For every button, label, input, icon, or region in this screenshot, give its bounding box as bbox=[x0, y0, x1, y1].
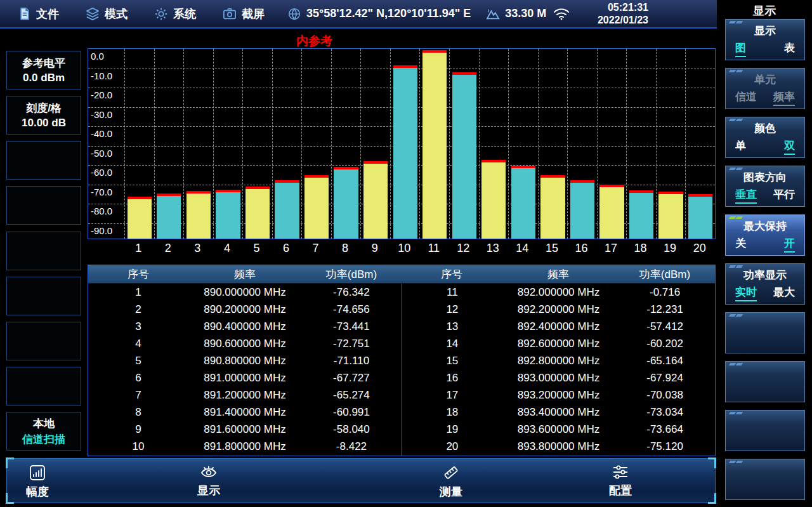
table-cell-power: -67.924 bbox=[615, 372, 715, 385]
table-row: 19893.600000 MHz-73.664 bbox=[402, 421, 715, 438]
sidebar-button-4[interactable]: 图表方向垂直平行 bbox=[725, 166, 805, 207]
menu-item-mode[interactable]: 模式 bbox=[86, 6, 128, 22]
table-row: 4890.600000 MHz-72.751 bbox=[88, 335, 402, 352]
right-sidebar: 显示 显示图表单元信道频率颜色单双图表方向垂直平行最大保持关开功率显示实时最大 bbox=[717, 0, 812, 507]
sidebar-button-3[interactable]: 颜色单双 bbox=[725, 117, 805, 158]
x-axis-tick-label: 18 bbox=[625, 242, 655, 255]
top-bar: 文件模式系统截屏 35°58'12.42" N,120°10'11.94" E … bbox=[0, 0, 717, 29]
channel-data-table: 序号 频率 功率(dBm) 序号 频率 功率(dBm) 1890.000000 … bbox=[88, 265, 716, 456]
option-最大[interactable]: 最大 bbox=[773, 285, 795, 301]
softkey-empty[interactable] bbox=[6, 232, 81, 270]
option-平行[interactable]: 平行 bbox=[773, 187, 795, 204]
softkey-1[interactable]: 参考电平0.0 dBm bbox=[6, 51, 81, 89]
bottom-menu-label: 配置 bbox=[609, 483, 632, 498]
bottom-menu-label: 幅度 bbox=[26, 484, 49, 499]
table-cell-no: 8 bbox=[88, 406, 188, 419]
option-表[interactable]: 表 bbox=[784, 41, 795, 57]
decor-stripe bbox=[736, 265, 743, 268]
max-hold-cap bbox=[187, 191, 211, 194]
table-cell-freq: 893.200000 MHz bbox=[502, 389, 615, 402]
y-axis-tick-label: 0.0 bbox=[91, 51, 104, 62]
table-row: 2890.200000 MHz-74.656 bbox=[88, 301, 402, 318]
table-cell-power: -71.110 bbox=[301, 355, 402, 367]
bottom-menu-config-sliders[interactable]: 配置 bbox=[609, 464, 632, 498]
menu-item-label: 文件 bbox=[36, 6, 59, 22]
table-header-left: 序号 频率 功率(dBm) bbox=[88, 265, 402, 283]
channel-bar-11 bbox=[422, 53, 447, 239]
corner-bracket bbox=[708, 458, 716, 468]
y-axis-tick-label: -30.0 bbox=[91, 109, 112, 120]
button-corner-decor bbox=[730, 119, 742, 121]
table-cell-power: -70.038 bbox=[615, 389, 715, 402]
col-header-power: 功率(dBm) bbox=[301, 267, 402, 282]
bottom-menu-measure-ruler[interactable]: 测量 bbox=[440, 464, 462, 499]
max-hold-cap bbox=[599, 185, 624, 187]
display-eye-icon bbox=[199, 464, 218, 480]
table-row: 18893.400000 MHz-73.034 bbox=[402, 404, 715, 421]
softkey-empty[interactable] bbox=[6, 141, 81, 180]
sidebar-button-2: 单元信道频率 bbox=[725, 68, 805, 109]
altitude-icon bbox=[486, 8, 501, 20]
button-title: 功率显示 bbox=[726, 268, 804, 282]
softkey-title: 参考电平 bbox=[22, 56, 65, 70]
table-cell-power: -57.412 bbox=[615, 320, 715, 333]
table-row: 11892.000000 MHz-0.716 bbox=[402, 284, 715, 301]
softkey-empty[interactable] bbox=[6, 277, 81, 315]
channel-bar-8 bbox=[334, 169, 358, 239]
option-信道[interactable]: 信道 bbox=[735, 89, 757, 106]
channel-bar-18 bbox=[629, 193, 653, 239]
table-cell-no: 11 bbox=[402, 286, 502, 299]
softkey-empty[interactable] bbox=[6, 322, 81, 360]
x-axis-tick-label: 20 bbox=[684, 242, 714, 255]
menu-item-screenshot[interactable]: 截屏 bbox=[223, 6, 265, 22]
bottom-menu-bar: 幅度显示测量配置 bbox=[6, 458, 716, 503]
softkey-2[interactable]: 刻度/格10.00 dB bbox=[6, 96, 81, 135]
table-cell-no: 20 bbox=[402, 440, 502, 453]
option-关[interactable]: 关 bbox=[735, 236, 746, 253]
table-cell-freq: 891.800000 MHz bbox=[188, 440, 301, 453]
option-垂直[interactable]: 垂直 bbox=[735, 187, 757, 204]
menu-item-file[interactable]: 文件 bbox=[18, 6, 59, 22]
table-cell-power: -73.664 bbox=[615, 423, 715, 436]
sidebar-button-5[interactable]: 最大保持关开 bbox=[725, 214, 805, 256]
softkey-9[interactable]: 本地信道扫描 bbox=[6, 412, 81, 451]
option-实时[interactable]: 实时 bbox=[735, 285, 757, 301]
x-axis-tick-label: 5 bbox=[242, 242, 272, 255]
table-cell-freq: 892.800000 MHz bbox=[502, 355, 615, 367]
config-sliders-icon bbox=[612, 464, 629, 480]
sidebar-buttons: 显示图表单元信道频率颜色单双图表方向垂直平行最大保持关开功率显示实时最大 bbox=[725, 19, 805, 507]
table-row: 13892.400000 MHz-57.412 bbox=[402, 318, 715, 335]
option-图[interactable]: 图 bbox=[735, 41, 746, 57]
table-cell-no: 2 bbox=[88, 303, 188, 316]
bar-slot bbox=[508, 49, 538, 239]
option-双[interactable]: 双 bbox=[784, 138, 795, 155]
bar-slot bbox=[656, 49, 686, 239]
table-cell-freq: 893.400000 MHz bbox=[502, 406, 615, 419]
y-axis-tick-label: -20.0 bbox=[91, 89, 112, 100]
table-cell-power: -58.040 bbox=[301, 423, 402, 436]
softkey-empty[interactable] bbox=[6, 186, 81, 225]
x-axis-tick-label: 2 bbox=[154, 242, 183, 255]
option-开[interactable]: 开 bbox=[784, 236, 795, 253]
table-cell-freq: 893.800000 MHz bbox=[502, 440, 615, 453]
max-hold-cap bbox=[216, 190, 240, 192]
table-row: 6891.000000 MHz-67.727 bbox=[88, 369, 402, 386]
sidebar-button-6[interactable]: 功率显示实时最大 bbox=[725, 263, 805, 305]
bottom-menu-amplitude[interactable]: 幅度 bbox=[26, 464, 49, 499]
softkey-title: 本地 bbox=[33, 416, 55, 431]
softkey-empty[interactable] bbox=[6, 367, 81, 405]
left-softkey-panel: 参考电平0.0 dBm刻度/格10.00 dB本地信道扫描 bbox=[6, 51, 81, 451]
option-单[interactable]: 单 bbox=[735, 138, 746, 155]
table-cell-no: 10 bbox=[88, 440, 188, 453]
menu-item-system-gear[interactable]: 系统 bbox=[154, 6, 196, 22]
decor-stripe bbox=[736, 363, 743, 365]
button-corner-decor bbox=[730, 70, 742, 72]
bar-slot bbox=[626, 49, 656, 239]
sidebar-button-1[interactable]: 显示图表 bbox=[725, 19, 805, 60]
max-hold-cap bbox=[128, 197, 152, 199]
bottom-menu-display-eye[interactable]: 显示 bbox=[197, 464, 220, 498]
table-cell-power: -8.422 bbox=[301, 440, 402, 453]
table-row: 12892.200000 MHz-12.231 bbox=[402, 301, 715, 318]
option-频率[interactable]: 频率 bbox=[773, 89, 795, 106]
internal-reference-label: 内参考 bbox=[296, 33, 332, 49]
